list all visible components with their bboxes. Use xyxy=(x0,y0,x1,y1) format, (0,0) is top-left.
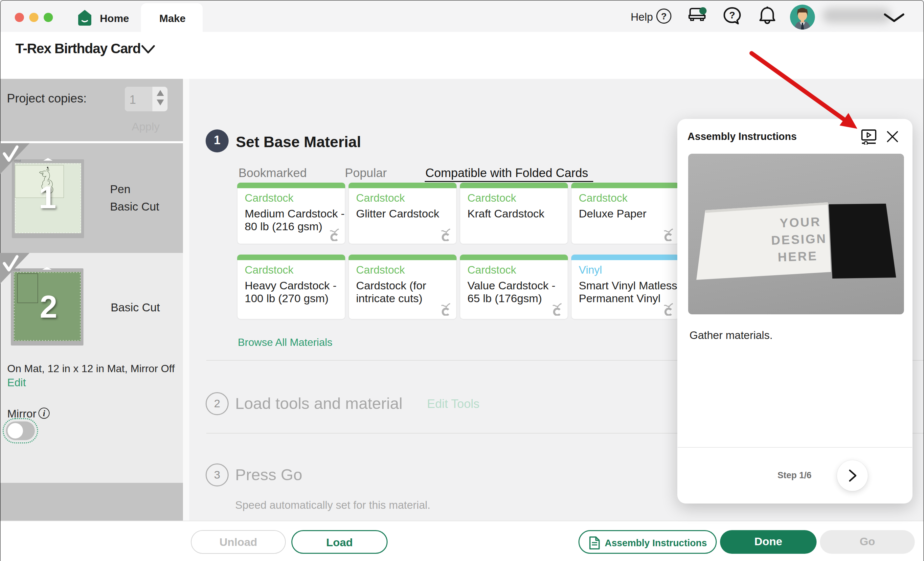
svg-text:2: 2 xyxy=(40,289,57,324)
svg-text:YOUR: YOUR xyxy=(780,215,821,230)
svg-text:DESIGN: DESIGN xyxy=(771,231,827,248)
svg-text:?: ? xyxy=(729,9,735,20)
svg-text:HERE: HERE xyxy=(777,249,818,264)
svg-text:1: 1 xyxy=(39,180,56,215)
